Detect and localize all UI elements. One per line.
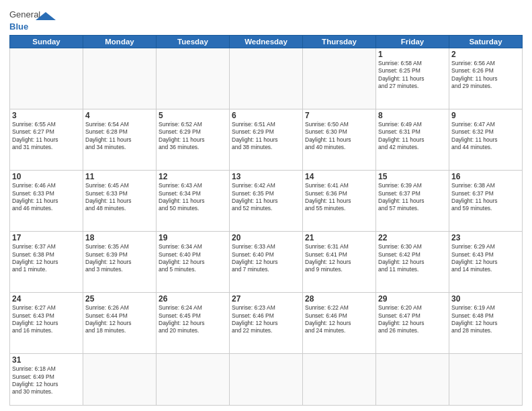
- day-info: Sunrise: 6:47 AM Sunset: 6:32 PM Dayligh…: [451, 121, 520, 152]
- day-number: 5: [159, 111, 227, 120]
- day-number: 20: [232, 233, 300, 242]
- day-number: 23: [451, 233, 520, 242]
- calendar-table: SundayMondayTuesdayWednesdayThursdayFrid…: [9, 35, 523, 406]
- calendar-cell: [449, 354, 523, 406]
- svg-text:General: General: [9, 9, 40, 19]
- day-info: Sunrise: 6:24 AM Sunset: 6:45 PM Dayligh…: [159, 304, 227, 335]
- day-info: Sunrise: 6:29 AM Sunset: 6:43 PM Dayligh…: [451, 243, 520, 274]
- day-info: Sunrise: 6:49 AM Sunset: 6:31 PM Dayligh…: [378, 121, 447, 152]
- day-number: 9: [451, 111, 520, 120]
- day-info: Sunrise: 6:38 AM Sunset: 6:37 PM Dayligh…: [451, 182, 520, 213]
- calendar-cell: [230, 354, 303, 406]
- calendar-cell: 22Sunrise: 6:30 AM Sunset: 6:42 PM Dayli…: [376, 232, 449, 293]
- day-number: 18: [85, 233, 154, 242]
- day-info: Sunrise: 6:30 AM Sunset: 6:42 PM Dayligh…: [378, 243, 447, 274]
- day-number: 12: [159, 172, 227, 181]
- day-number: 16: [451, 172, 520, 181]
- day-number: 26: [159, 294, 227, 304]
- day-info: Sunrise: 6:46 AM Sunset: 6:33 PM Dayligh…: [12, 182, 81, 213]
- day-info: Sunrise: 6:26 AM Sunset: 6:44 PM Dayligh…: [85, 304, 154, 335]
- calendar-cell: 12Sunrise: 6:43 AM Sunset: 6:34 PM Dayli…: [157, 171, 230, 232]
- day-number: 28: [305, 294, 373, 304]
- day-info: Sunrise: 6:19 AM Sunset: 6:48 PM Dayligh…: [451, 304, 520, 335]
- day-number: 1: [378, 50, 447, 59]
- calendar-cell: [83, 354, 157, 406]
- calendar-cell: 6Sunrise: 6:51 AM Sunset: 6:29 PM Daylig…: [230, 109, 303, 171]
- day-info: Sunrise: 6:51 AM Sunset: 6:29 PM Dayligh…: [232, 121, 300, 152]
- calendar-cell: 29Sunrise: 6:20 AM Sunset: 6:47 PM Dayli…: [376, 293, 449, 354]
- day-number: 7: [305, 111, 373, 120]
- calendar-cell: [303, 48, 376, 109]
- calendar-cell: 26Sunrise: 6:24 AM Sunset: 6:45 PM Dayli…: [157, 293, 230, 354]
- calendar-cell: 4Sunrise: 6:54 AM Sunset: 6:28 PM Daylig…: [83, 109, 157, 171]
- calendar-cell: 28Sunrise: 6:22 AM Sunset: 6:46 PM Dayli…: [303, 293, 376, 354]
- calendar-cell: 25Sunrise: 6:26 AM Sunset: 6:44 PM Dayli…: [83, 293, 157, 354]
- calendar-cell: 2Sunrise: 6:56 AM Sunset: 6:26 PM Daylig…: [449, 48, 523, 109]
- calendar-cell: 16Sunrise: 6:38 AM Sunset: 6:37 PM Dayli…: [449, 171, 523, 232]
- calendar-cell: [376, 354, 449, 406]
- day-number: 30: [451, 294, 520, 304]
- calendar-cell: 30Sunrise: 6:19 AM Sunset: 6:48 PM Dayli…: [449, 293, 523, 354]
- calendar-cell: 13Sunrise: 6:42 AM Sunset: 6:35 PM Dayli…: [230, 171, 303, 232]
- calendar-cell: 14Sunrise: 6:41 AM Sunset: 6:36 PM Dayli…: [303, 171, 376, 232]
- day-number: 2: [451, 50, 520, 59]
- calendar-cell: 10Sunrise: 6:46 AM Sunset: 6:33 PM Dayli…: [10, 171, 83, 232]
- calendar-cell: [157, 48, 230, 109]
- day-number: 10: [12, 172, 81, 181]
- calendar-cell: 7Sunrise: 6:50 AM Sunset: 6:30 PM Daylig…: [303, 109, 376, 171]
- calendar-cell: [10, 48, 83, 109]
- day-number: 4: [85, 111, 154, 120]
- day-number: 19: [159, 233, 227, 242]
- calendar-cell: [157, 354, 230, 406]
- calendar-cell: 31Sunrise: 6:18 AM Sunset: 6:49 PM Dayli…: [10, 354, 83, 406]
- calendar-cell: 15Sunrise: 6:39 AM Sunset: 6:37 PM Dayli…: [376, 171, 449, 232]
- logo-svg: General Blue: [9, 7, 56, 32]
- day-number: 11: [85, 172, 154, 181]
- day-info: Sunrise: 6:58 AM Sunset: 6:25 PM Dayligh…: [378, 60, 447, 91]
- week-row-3: 10Sunrise: 6:46 AM Sunset: 6:33 PM Dayli…: [10, 171, 523, 232]
- calendar-cell: 3Sunrise: 6:55 AM Sunset: 6:27 PM Daylig…: [10, 109, 83, 171]
- day-number: 29: [378, 294, 447, 304]
- day-number: 13: [232, 172, 300, 181]
- day-info: Sunrise: 6:23 AM Sunset: 6:46 PM Dayligh…: [232, 304, 300, 335]
- calendar-cell: 20Sunrise: 6:33 AM Sunset: 6:40 PM Dayli…: [230, 232, 303, 293]
- day-number: 27: [232, 294, 300, 304]
- week-row-2: 3Sunrise: 6:55 AM Sunset: 6:27 PM Daylig…: [10, 109, 523, 171]
- day-info: Sunrise: 6:41 AM Sunset: 6:36 PM Dayligh…: [305, 182, 373, 213]
- calendar-cell: 1Sunrise: 6:58 AM Sunset: 6:25 PM Daylig…: [376, 48, 449, 109]
- day-info: Sunrise: 6:22 AM Sunset: 6:46 PM Dayligh…: [305, 304, 373, 335]
- calendar-cell: 9Sunrise: 6:47 AM Sunset: 6:32 PM Daylig…: [449, 109, 523, 171]
- calendar-cell: 17Sunrise: 6:37 AM Sunset: 6:38 PM Dayli…: [10, 232, 83, 293]
- header-wednesday: Wednesday: [230, 36, 303, 48]
- day-info: Sunrise: 6:27 AM Sunset: 6:43 PM Dayligh…: [12, 304, 81, 335]
- day-number: 25: [85, 294, 154, 304]
- calendar-cell: 27Sunrise: 6:23 AM Sunset: 6:46 PM Dayli…: [230, 293, 303, 354]
- day-info: Sunrise: 6:43 AM Sunset: 6:34 PM Dayligh…: [159, 182, 227, 213]
- day-number: 31: [12, 355, 81, 365]
- day-number: 17: [12, 233, 81, 242]
- week-row-1: 1Sunrise: 6:58 AM Sunset: 6:25 PM Daylig…: [10, 48, 523, 109]
- day-info: Sunrise: 6:42 AM Sunset: 6:35 PM Dayligh…: [232, 182, 300, 213]
- calendar-cell: [303, 354, 376, 406]
- day-info: Sunrise: 6:31 AM Sunset: 6:41 PM Dayligh…: [305, 243, 373, 274]
- day-number: 8: [378, 111, 447, 120]
- day-number: 3: [12, 111, 81, 120]
- logo: General Blue: [9, 7, 56, 32]
- day-number: 24: [12, 294, 81, 304]
- day-info: Sunrise: 6:54 AM Sunset: 6:28 PM Dayligh…: [85, 121, 154, 152]
- day-info: Sunrise: 6:20 AM Sunset: 6:47 PM Dayligh…: [378, 304, 447, 335]
- calendar-cell: [230, 48, 303, 109]
- page: General Blue SundayMondayTuesdayWednesda…: [0, 0, 532, 411]
- day-info: Sunrise: 6:33 AM Sunset: 6:40 PM Dayligh…: [232, 243, 300, 274]
- calendar-cell: 18Sunrise: 6:35 AM Sunset: 6:39 PM Dayli…: [83, 232, 157, 293]
- header-saturday: Saturday: [449, 36, 523, 48]
- day-info: Sunrise: 6:34 AM Sunset: 6:40 PM Dayligh…: [159, 243, 227, 274]
- calendar-cell: 23Sunrise: 6:29 AM Sunset: 6:43 PM Dayli…: [449, 232, 523, 293]
- header-monday: Monday: [83, 36, 157, 48]
- day-number: 21: [305, 233, 373, 242]
- day-info: Sunrise: 6:56 AM Sunset: 6:26 PM Dayligh…: [451, 60, 520, 91]
- calendar-cell: 5Sunrise: 6:52 AM Sunset: 6:29 PM Daylig…: [157, 109, 230, 171]
- week-row-5: 24Sunrise: 6:27 AM Sunset: 6:43 PM Dayli…: [10, 293, 523, 354]
- day-number: 15: [378, 172, 447, 181]
- day-info: Sunrise: 6:50 AM Sunset: 6:30 PM Dayligh…: [305, 121, 373, 152]
